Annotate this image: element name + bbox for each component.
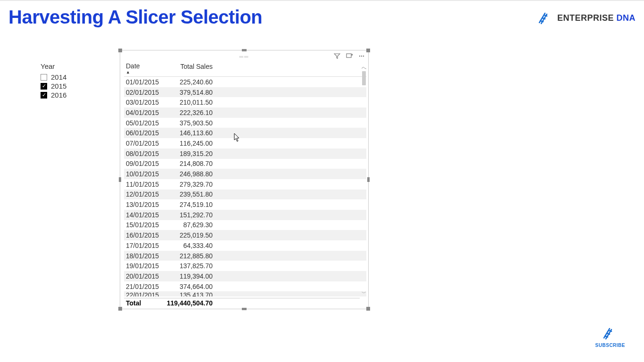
slicer-item-2015[interactable]: ✓2015 xyxy=(41,82,107,90)
resize-handle[interactable] xyxy=(119,177,121,182)
cell-sales: 374,664.00 xyxy=(162,283,215,290)
resize-handle[interactable] xyxy=(242,308,247,310)
cell-date: 19/01/2015 xyxy=(124,262,162,270)
table-row[interactable]: 18/01/2015212,885.80 xyxy=(124,251,366,261)
cell-date: 18/01/2015 xyxy=(124,252,162,260)
resize-handle[interactable] xyxy=(366,307,370,311)
column-header-sales[interactable]: Total Sales xyxy=(162,63,215,74)
cell-date: 06/01/2015 xyxy=(124,129,162,137)
cell-date: 09/01/2015 xyxy=(124,160,162,167)
cell-sales: 119,394.00 xyxy=(162,272,215,280)
scroll-down-icon[interactable]: ﹀ xyxy=(361,290,367,296)
filter-icon[interactable] xyxy=(333,52,341,60)
svg-point-3 xyxy=(363,56,364,57)
sort-asc-icon: ▲ xyxy=(126,70,162,74)
column-header-label: Date xyxy=(126,63,162,69)
cell-sales: 279,329.70 xyxy=(162,181,215,188)
table-row[interactable]: 11/01/2015279,329.70 xyxy=(124,179,366,189)
cell-sales: 189,315.20 xyxy=(162,150,215,157)
drag-handle-icon[interactable]: ══ xyxy=(239,53,249,60)
table-footer: Total 119,440,504.70 xyxy=(124,298,360,307)
table-row[interactable]: 17/01/201564,333.40 xyxy=(124,240,366,251)
table: Date ▲ Total Sales 01/01/2015225,240.600… xyxy=(124,63,366,296)
cell-sales: 214,808.70 xyxy=(162,160,215,167)
page-title: Harvesting A Slicer Selection xyxy=(8,7,262,28)
table-row[interactable]: 07/01/2015116,245.00 xyxy=(124,138,366,148)
table-row[interactable]: 03/01/2015210,011.50 xyxy=(124,97,366,107)
cell-date: 14/01/2015 xyxy=(124,211,162,219)
dna-icon xyxy=(602,327,618,340)
visual-toolbar xyxy=(333,52,365,60)
table-row[interactable]: 14/01/2015151,292.70 xyxy=(124,210,366,220)
checkbox-icon[interactable]: ✓ xyxy=(41,83,47,90)
checkbox-icon[interactable] xyxy=(41,74,47,81)
cell-date: 13/01/2015 xyxy=(124,201,162,208)
cell-sales: 137,825.70 xyxy=(162,262,215,270)
focus-mode-icon[interactable] xyxy=(346,52,353,60)
cell-date: 02/01/2015 xyxy=(124,89,162,96)
scroll-up-icon[interactable]: へ xyxy=(361,65,367,70)
slicer-item-label: 2016 xyxy=(51,91,66,99)
cell-date: 03/01/2015 xyxy=(124,99,162,106)
table-row[interactable]: 16/01/2015225,019.50 xyxy=(124,230,366,240)
table-header: Date ▲ Total Sales xyxy=(124,63,366,77)
cell-sales: 64,333.40 xyxy=(162,242,215,249)
resize-handle[interactable] xyxy=(118,49,122,52)
cell-date: 04/01/2015 xyxy=(124,109,162,116)
cell-date: 20/01/2015 xyxy=(124,272,162,280)
table-row[interactable]: 04/01/2015222,326.10 xyxy=(124,107,366,118)
column-header-date[interactable]: Date ▲ xyxy=(124,63,162,74)
slicer-item-label: 2015 xyxy=(51,82,66,90)
cell-sales: 225,019.50 xyxy=(162,231,215,239)
svg-point-1 xyxy=(359,56,360,57)
table-row[interactable]: 10/01/2015246,988.80 xyxy=(124,169,366,179)
svg-rect-0 xyxy=(347,54,351,58)
brand-name-main: ENTERPRISE xyxy=(557,13,617,23)
cell-sales: 146,113.60 xyxy=(162,129,215,137)
checkbox-icon[interactable]: ✓ xyxy=(41,92,47,99)
table-row[interactable]: 01/01/2015225,240.60 xyxy=(124,77,366,87)
resize-handle[interactable] xyxy=(242,49,247,51)
cell-sales: 225,240.60 xyxy=(162,78,215,86)
scroll-track[interactable] xyxy=(362,71,366,289)
cell-date: 07/01/2015 xyxy=(124,140,162,147)
table-row[interactable]: 06/01/2015146,113.60 xyxy=(124,128,366,138)
dna-icon xyxy=(537,11,553,25)
cell-date: 22/01/2015 xyxy=(124,291,162,296)
scrollbar[interactable]: へ ﹀ xyxy=(361,65,367,296)
table-row[interactable]: 02/01/2015379,514.80 xyxy=(124,87,366,98)
subscribe-label: SUBSCRIBE xyxy=(595,343,625,348)
cell-sales: 151,292.70 xyxy=(162,211,215,219)
slicer-item-label: 2014 xyxy=(51,73,66,81)
cell-date: 16/01/2015 xyxy=(124,231,162,239)
slicer-item-2014[interactable]: 2014 xyxy=(41,73,107,81)
table-row[interactable]: 08/01/2015189,315.20 xyxy=(124,148,366,159)
cell-sales: 239,551.80 xyxy=(162,190,215,198)
subscribe-badge[interactable]: SUBSCRIBE xyxy=(595,327,625,348)
cell-date: 11/01/2015 xyxy=(124,181,162,188)
slicer-item-2016[interactable]: ✓2016 xyxy=(41,91,107,99)
resize-handle[interactable] xyxy=(118,307,122,311)
cell-sales: 246,988.80 xyxy=(162,170,215,178)
more-options-icon[interactable] xyxy=(358,52,365,60)
cell-sales: 116,245.00 xyxy=(162,140,215,147)
table-row[interactable]: 15/01/201587,629.30 xyxy=(124,220,366,230)
resize-handle[interactable] xyxy=(367,177,370,182)
table-row[interactable]: 19/01/2015137,825.70 xyxy=(124,261,366,271)
cell-sales: 210,011.50 xyxy=(162,99,215,106)
footer-label: Total xyxy=(124,299,162,307)
table-visual[interactable]: ══ Date ▲ Total Sales 01/01/2015225,240.… xyxy=(120,50,369,309)
table-row[interactable]: 20/01/2015119,394.00 xyxy=(124,271,366,281)
cell-date: 05/01/2015 xyxy=(124,119,162,127)
table-row[interactable]: 12/01/2015239,551.80 xyxy=(124,189,366,200)
cell-sales: 87,629.30 xyxy=(162,221,215,229)
table-row[interactable]: 21/01/2015374,664.00 xyxy=(124,281,366,292)
brand-logo: ENTERPRISE DNA xyxy=(537,11,636,25)
cell-sales: 222,326.10 xyxy=(162,109,215,116)
scroll-thumb[interactable] xyxy=(362,71,366,85)
table-row[interactable]: 22/01/2015135,413.70 xyxy=(124,291,366,296)
table-row[interactable]: 09/01/2015214,808.70 xyxy=(124,159,366,169)
table-row[interactable]: 05/01/2015375,903.50 xyxy=(124,118,366,128)
resize-handle[interactable] xyxy=(366,49,370,52)
table-row[interactable]: 13/01/2015274,519.10 xyxy=(124,199,366,210)
